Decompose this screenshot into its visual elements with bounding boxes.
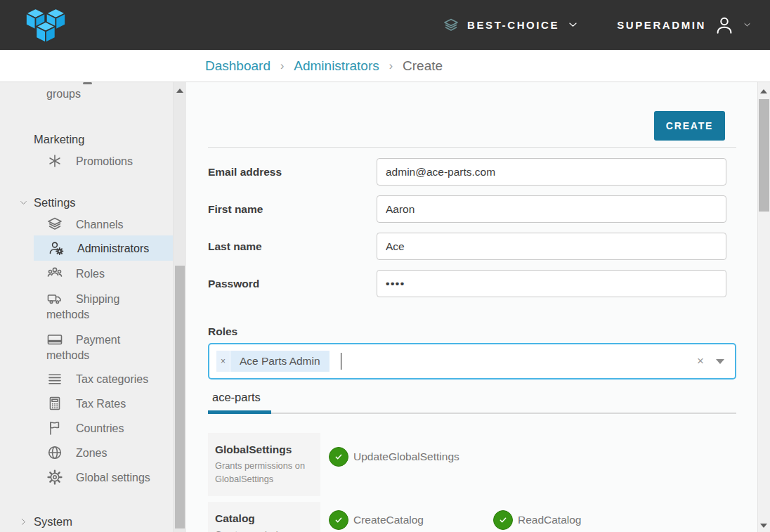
permission-toggle-readcatalog[interactable]: ReadCatalog [493, 510, 658, 530]
password-label: Password [208, 278, 377, 290]
scroll-up-arrow[interactable] [760, 89, 767, 93]
list-icon [46, 370, 63, 387]
scrollbar-thumb[interactable] [175, 266, 185, 528]
store-switcher[interactable]: BEST-CHOICE [443, 17, 579, 34]
form-row-first-name: First name [208, 195, 736, 223]
asterisk-icon [46, 153, 63, 169]
create-button[interactable]: CREATE [654, 111, 725, 141]
breadcrumb-dashboard[interactable]: Dashboard [205, 58, 270, 74]
layers-icon [443, 17, 459, 34]
gear-icon [46, 469, 63, 486]
last-name-label: Last name [208, 240, 377, 253]
person-gear-icon [48, 240, 65, 257]
role-chip: × Ace Parts Admin [216, 351, 329, 372]
roles-label: Roles [208, 325, 736, 338]
sidebar-item-channels[interactable]: Channels [0, 216, 186, 233]
scroll-down-arrow[interactable] [760, 524, 767, 528]
first-name-field[interactable] [377, 195, 726, 223]
main-panel: CREATE Email address First name Last nam… [186, 82, 757, 532]
breadcrumb-separator: › [280, 60, 284, 72]
dropdown-caret-icon[interactable] [716, 359, 724, 364]
calculator-icon [46, 395, 63, 412]
user-name: SUPERADMIN [617, 19, 706, 31]
form-row-last-name: Last name [208, 233, 736, 260]
sidebar-item-roles[interactable]: Roles [0, 265, 186, 282]
permission-label: CreateCatalog [353, 514, 424, 526]
sidebar-item-payment-methods[interactable]: Payment methods [0, 331, 126, 363]
check-circle-icon [329, 447, 348, 467]
permission-group-description: Grants permissions on GlobalSettings [215, 460, 315, 486]
scroll-up-arrow[interactable] [176, 89, 183, 93]
check-circle-icon [493, 510, 513, 530]
permission-toggle-updateglobalsettings[interactable]: UpdateGlobalSettings [329, 447, 493, 467]
logo-cube-icon[interactable] [20, 6, 72, 45]
sidebar-item-shipping-methods[interactable]: Shipping methods [0, 290, 126, 323]
check-circle-icon [329, 510, 348, 530]
form-row-email: Email address [208, 158, 736, 186]
credit-card-icon [46, 331, 63, 348]
permission-label: UpdateGlobalSettings [353, 450, 459, 463]
store-name: BEST-CHOICE [467, 19, 559, 31]
main-scrollbar[interactable] [757, 82, 770, 532]
sidebar: groups Marketing Promotions Settings Cha… [0, 82, 186, 532]
tab-ace-parts[interactable]: ace-parts [208, 391, 271, 414]
breadcrumb-separator: › [389, 60, 393, 72]
chevron-down-icon [743, 20, 752, 30]
permission-group-description: Grants permissions on Products, Facets [215, 528, 315, 532]
chevron-down-icon [18, 197, 29, 208]
permission-group-cell: GlobalSettings Grants permissions on Glo… [208, 433, 320, 496]
breadcrumb-administrators[interactable]: Administrators [294, 58, 379, 74]
form-row-password: Password [208, 270, 736, 297]
text-cursor [341, 353, 342, 370]
sidebar-item-promotions[interactable]: Promotions [0, 153, 186, 169]
chip-label: Ace Parts Admin [230, 351, 329, 372]
permission-group-name: GlobalSettings [215, 443, 315, 456]
sidebar-section-system[interactable]: System [0, 514, 186, 529]
user-menu[interactable]: SUPERADMIN [617, 15, 752, 36]
person-icon [714, 15, 735, 36]
last-name-field[interactable] [377, 233, 726, 260]
sidebar-item-tax-categories[interactable]: Tax categories [0, 370, 186, 387]
flag-icon [46, 420, 63, 436]
sidebar-section-marketing: Marketing [0, 131, 186, 147]
table-row-catalog: Catalog Grants permissions on Products, … [208, 502, 736, 532]
sidebar-item-countries[interactable]: Countries [0, 420, 186, 436]
sidebar-item-zones[interactable]: Zones [0, 444, 186, 461]
permission-label: ReadCatalog [518, 514, 581, 526]
roles-multiselect[interactable]: × Ace Parts Admin × [208, 343, 736, 379]
permissions-table: GlobalSettings Grants permissions on Glo… [208, 433, 736, 532]
truck-icon [46, 290, 63, 307]
layers-icon [46, 216, 63, 233]
scrollbar-thumb[interactable] [759, 99, 769, 212]
breadcrumb-current: Create [403, 58, 443, 74]
chevron-right-icon [18, 517, 29, 527]
divider [208, 147, 736, 148]
people-group-icon [46, 265, 63, 282]
sidebar-section-settings[interactable]: Settings [0, 195, 186, 210]
clipped-icon-fragment [83, 82, 92, 84]
table-row-globalsettings: GlobalSettings Grants permissions on Glo… [208, 433, 736, 496]
sidebar-item-administrators[interactable]: Administrators [34, 235, 173, 261]
top-bar: BEST-CHOICE SUPERADMIN [0, 0, 770, 50]
permission-group-cell: Catalog Grants permissions on Products, … [208, 502, 320, 532]
first-name-label: First name [208, 203, 377, 216]
email-label: Email address [208, 166, 377, 179]
sidebar-item-tax-rates[interactable]: Tax Rates [0, 395, 186, 412]
password-field[interactable] [377, 270, 726, 297]
sidebar-item-groups-clipped[interactable]: groups [0, 86, 186, 102]
globe-icon [46, 444, 63, 461]
sidebar-item-global-settings[interactable]: Global settings [0, 469, 186, 486]
permission-tabs: ace-parts [208, 391, 736, 414]
permission-group-name: Catalog [215, 512, 315, 525]
permission-toggle-createcatalog[interactable]: CreateCatalog [329, 510, 493, 530]
breadcrumb: Dashboard › Administrators › Create [0, 50, 770, 82]
chevron-down-icon [567, 19, 579, 31]
chip-remove-icon[interactable]: × [216, 351, 230, 372]
clear-selection-icon[interactable]: × [697, 354, 704, 368]
sidebar-scrollbar[interactable] [173, 82, 186, 532]
email-field[interactable] [377, 158, 726, 186]
